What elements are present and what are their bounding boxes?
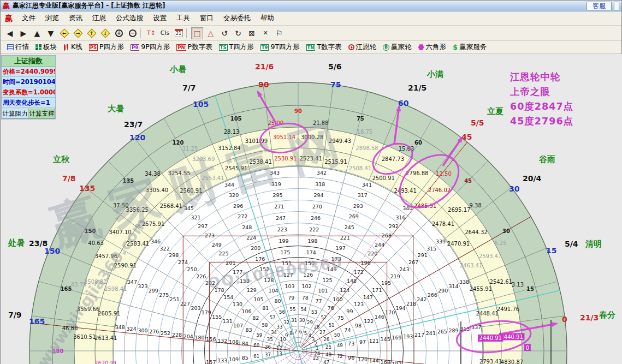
svg-text:171: 171 [372, 287, 382, 293]
9t-square-view-button[interactable]: T99T四方形 [258, 42, 302, 53]
calc-support-button[interactable]: 计算支撑 [28, 108, 55, 119]
svg-text:227: 227 [180, 301, 190, 307]
zoom-in-button[interactable]: + [113, 27, 125, 39]
svg-text:314: 314 [448, 283, 458, 289]
menu-item-5[interactable]: 公式选股 [111, 12, 148, 25]
svg-text:120: 120 [358, 356, 368, 362]
svg-text:224: 224 [246, 235, 256, 241]
customer-service-button[interactable]: 客服 [587, 2, 612, 10]
diamond-up-button[interactable]: ↑ [86, 27, 98, 39]
svg-text:59: 59 [256, 332, 262, 338]
svg-text:3254.55: 3254.55 [168, 170, 191, 176]
9p-square-view-button[interactable]: P99P四方形 [128, 42, 172, 53]
x-box-button[interactable]: ⊠ [246, 27, 258, 39]
menu-item-9[interactable]: 交易委托 [218, 12, 256, 25]
svg-text:104: 104 [268, 288, 278, 294]
svg-text:267: 267 [408, 259, 418, 265]
winner-service-icon: $ [453, 43, 458, 51]
svg-text:83: 83 [245, 327, 252, 333]
prev-button[interactable]: ◀ [4, 27, 16, 39]
title-bar: 赢 赢家江恩专业版[赢家服务平台] - [上证指数 江恩轮] 客服 [1, 1, 621, 11]
svg-text:清明: 清明 [585, 239, 602, 249]
svg-text:128: 128 [264, 277, 274, 283]
svg-text:106: 106 [242, 308, 252, 314]
kline-view-button[interactable]: K线 [61, 42, 85, 53]
svg-text:242: 242 [417, 296, 426, 302]
calc-resistance-button[interactable]: 计算阻力 [2, 108, 28, 119]
svg-text:316: 316 [395, 214, 405, 220]
diamond-down-button[interactable]: ↓ [99, 27, 111, 39]
partial-button[interactable] [614, 2, 619, 10]
svg-text:273: 273 [205, 232, 215, 238]
svg-text:75: 75 [337, 315, 344, 321]
rotate-cw-button[interactable]: ↻ [232, 27, 244, 39]
menu-item-6[interactable]: 设置 [148, 12, 171, 25]
triangle-tool-button[interactable]: △ [205, 27, 217, 39]
svg-text:109: 109 [229, 356, 239, 362]
svg-text:107: 107 [233, 323, 243, 329]
menu-item-8[interactable]: 窗口 [195, 12, 218, 25]
panel-title: 上证指数 [2, 56, 55, 67]
window-title: 赢家江恩专业版[赢家服务平台] - [上证指数 江恩轮] [13, 1, 165, 10]
menu-item-2[interactable]: 浏览 [40, 12, 64, 25]
svg-text:5/6: 5/6 [328, 62, 342, 71]
square-tool-button[interactable]: □ [191, 27, 203, 39]
svg-text:30: 30 [509, 184, 520, 193]
pin-button[interactable]: ⚐ [273, 27, 285, 39]
svg-text:180: 180 [52, 348, 64, 354]
svg-text:322: 322 [160, 246, 170, 252]
collapse-button[interactable]: ✕ [259, 27, 271, 39]
rotate-down-button[interactable]: ▼ [45, 27, 57, 39]
svg-text:248: 248 [242, 224, 252, 230]
svg-text:90: 90 [294, 108, 302, 114]
svg-text:立夏: 立夏 [487, 106, 503, 116]
t-range-button[interactable]: T↕ [145, 27, 157, 39]
sectors-view-button[interactable]: 板块 [33, 42, 59, 53]
t-table-icon: TN [306, 44, 316, 51]
calendar-button[interactable]: 21 [173, 27, 185, 39]
panel-row-1: 价格=2440.9099 [2, 67, 55, 77]
cls-button[interactable]: Cls [159, 27, 171, 39]
menu-item-3[interactable]: 资讯 [64, 12, 87, 25]
svg-text:春分: 春分 [599, 310, 615, 320]
svg-text:228: 228 [172, 332, 182, 338]
diamond-right-button[interactable]: → [72, 27, 84, 39]
svg-text:78: 78 [302, 295, 309, 301]
diamond-left-button[interactable]: ← [58, 27, 70, 39]
p-square-icon: PS [89, 44, 98, 51]
svg-text:271: 271 [274, 204, 284, 210]
p-square-view-button[interactable]: PSP四方形 [87, 42, 126, 53]
svg-text:101: 101 [318, 288, 328, 294]
svg-text:23/7: 23/7 [124, 120, 143, 129]
quotes-view-button[interactable]: 行情 [5, 42, 31, 53]
t-table-view-button[interactable]: TNT数字表 [304, 42, 344, 53]
gann-wheel-view-button[interactable]: 江恩轮 [346, 42, 379, 53]
svg-text:3559.66: 3559.66 [77, 306, 99, 312]
menu-item-4[interactable]: 江恩 [87, 12, 111, 25]
menu-item-10[interactable]: 帮助 [256, 12, 279, 25]
rotate-ccw-button[interactable]: ↺ [218, 27, 230, 39]
winner-wheel-view-button[interactable]: B赢家轮 [381, 42, 414, 53]
p-table-view-button[interactable]: PNP数字表 [174, 42, 214, 53]
svg-text:45: 45 [461, 133, 472, 141]
svg-text:321: 321 [191, 214, 200, 220]
svg-text:132: 132 [217, 338, 227, 344]
winner-service-label: 赢家服务 [459, 43, 487, 52]
menu-item-7[interactable]: 工具 [171, 12, 195, 25]
svg-text:5/4: 5/4 [565, 240, 578, 248]
hexagon-view-button[interactable]: 六角形 [416, 42, 449, 53]
svg-text:98: 98 [355, 323, 362, 329]
rotate-up-button[interactable]: ▲ [31, 27, 43, 39]
svg-text:103: 103 [285, 283, 294, 289]
svg-text:27: 27 [319, 330, 325, 335]
zoom-out-button[interactable]: − [127, 27, 139, 39]
winner-service-view-button[interactable]: $赢家服务 [451, 42, 489, 53]
svg-text:28: 28 [314, 324, 320, 330]
next-button[interactable]: ▶ [17, 27, 29, 39]
menu-item-1[interactable]: 文件 [17, 12, 40, 25]
svg-text:218: 218 [406, 301, 416, 307]
svg-text:2545.91: 2545.91 [225, 165, 247, 171]
svg-text:199: 199 [279, 238, 288, 244]
svg-text:244: 244 [375, 242, 384, 248]
t-square-view-button[interactable]: TST四方形 [217, 42, 256, 53]
